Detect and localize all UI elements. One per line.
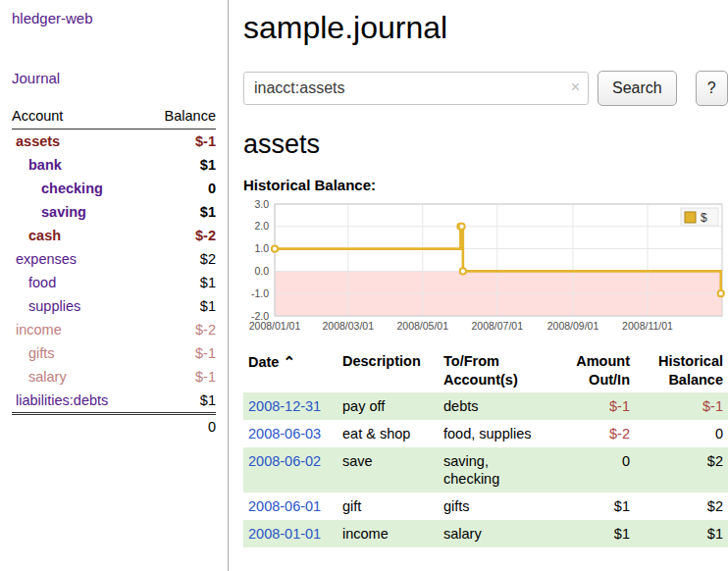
accounts-total-row: 0 [12, 414, 216, 440]
page-title: sample.journal [243, 10, 728, 46]
transaction-accounts: gifts [439, 493, 552, 520]
account-row: gifts$-1 [12, 341, 216, 365]
clear-search-icon[interactable]: × [571, 78, 580, 96]
search-bar: × Search ? [243, 71, 728, 106]
transaction-accounts: salary [439, 520, 552, 547]
register-row[interactable]: 2008-06-03eat & shopfood, supplies$-20 [243, 420, 728, 447]
transaction-accounts: debts [439, 392, 552, 420]
transaction-description: income [338, 520, 439, 547]
amount-header-line2: Out/In [589, 372, 630, 388]
account-row: food$1 [12, 271, 216, 294]
transaction-description: eat & shop [338, 420, 439, 447]
account-balance: 0 [145, 177, 216, 200]
account-balance: $-2 [145, 224, 216, 247]
transaction-date-link[interactable]: 2008-06-02 [248, 453, 321, 469]
legend-swatch [685, 212, 696, 223]
account-link-liabilities-debts[interactable]: liabilities:debts [16, 392, 108, 408]
search-box: × [243, 72, 589, 105]
register-row[interactable]: 2008-12-31pay offdebts$-1$-1 [243, 392, 728, 420]
account-row: cash$-2 [12, 224, 216, 247]
svg-text:3.0: 3.0 [254, 199, 269, 210]
account-row: saving$1 [12, 200, 216, 224]
svg-text:2008/09/01: 2008/09/01 [547, 320, 599, 332]
register-header-balance: Historical Balance [635, 349, 728, 392]
register-header-amount: Amount Out/In [552, 349, 635, 392]
register-header-accounts: To/From Account(s) [439, 349, 552, 392]
chart-svg: 3.02.01.00.0-1.0-2.02008/01/012008/03/01… [243, 199, 728, 337]
account-row: expenses$2 [12, 247, 216, 271]
account-link-salary[interactable]: salary [28, 369, 67, 385]
account-link-bank[interactable]: bank [28, 157, 62, 173]
svg-text:0.0: 0.0 [254, 265, 269, 277]
search-button[interactable]: Search [598, 71, 677, 106]
register-row[interactable]: 2008-01-01incomesalary$1$1 [243, 520, 728, 547]
sort-ascending-icon[interactable]: ⌃ [283, 353, 295, 370]
accounts-header-line1: To/From [443, 353, 499, 369]
chart-title: Historical Balance: [243, 177, 728, 193]
transaction-accounts: saving, checking [439, 447, 552, 493]
transaction-date-link[interactable]: 2008-01-01 [248, 526, 321, 542]
register-header-date[interactable]: Date ⌃ [243, 349, 338, 392]
accounts-table: Account Balance assets$-1bank$1checking0… [12, 104, 216, 439]
account-link-saving[interactable]: saving [41, 204, 86, 220]
account-balance: $1 [145, 200, 216, 224]
register-row[interactable]: 2008-06-02savesaving, checking0$2 [243, 447, 728, 493]
transaction-description: save [338, 447, 439, 493]
register-row[interactable]: 2008-06-01giftgifts$1$2 [243, 493, 728, 520]
transaction-accounts: food, supplies [439, 420, 552, 447]
svg-text:2008/07/01: 2008/07/01 [471, 320, 523, 332]
transaction-description: gift [338, 493, 439, 520]
transaction-balance: $-1 [635, 392, 728, 420]
accounts-total-spacer [12, 414, 145, 440]
account-balance: $1 [145, 389, 216, 414]
date-header-label: Date [248, 354, 279, 370]
account-link-cash[interactable]: cash [28, 228, 61, 243]
accounts-header-account: Account [12, 104, 145, 130]
historical-balance-chart: 3.02.01.00.0-1.0-2.02008/01/012008/03/01… [243, 199, 728, 339]
register-table-body: 2008-12-31pay offdebts$-1$-12008-06-03ea… [243, 392, 728, 547]
account-link-food[interactable]: food [28, 275, 56, 290]
account-link-gifts[interactable]: gifts [28, 345, 55, 361]
svg-text:2008/01/01: 2008/01/01 [249, 320, 301, 332]
account-balance: $-1 [145, 130, 216, 154]
account-link-checking[interactable]: checking [41, 181, 103, 196]
account-row: salary$-1 [12, 365, 216, 389]
account-link-income[interactable]: income [16, 322, 62, 337]
svg-text:2008/05/01: 2008/05/01 [396, 320, 448, 332]
register-header-row: Date ⌃ Description To/From Account(s) Am… [243, 349, 728, 392]
account-row: bank$1 [12, 153, 216, 177]
transaction-date-link[interactable]: 2008-06-03 [248, 426, 321, 441]
account-balance: $-1 [145, 365, 216, 389]
sidebar: hledger-web Journal Account Balance asse… [0, 0, 229, 571]
account-balance: $-1 [145, 341, 216, 365]
accounts-header-line2: Account(s) [443, 372, 518, 388]
account-row: liabilities:debts$1 [12, 389, 216, 414]
search-input[interactable] [243, 72, 589, 105]
transaction-balance: $2 [635, 493, 728, 520]
transaction-date-link[interactable]: 2008-06-01 [248, 498, 321, 514]
account-row: assets$-1 [12, 130, 216, 154]
svg-text:1.0: 1.0 [254, 242, 269, 254]
transaction-date-link[interactable]: 2008-12-31 [248, 398, 321, 414]
account-link-assets[interactable]: assets [16, 133, 60, 149]
transaction-balance: $2 [635, 447, 728, 493]
transaction-amount: 0 [552, 447, 635, 493]
balance-header-line1: Historical [658, 353, 723, 369]
account-link-supplies[interactable]: supplies [28, 298, 80, 314]
svg-text:-1.0: -1.0 [251, 287, 269, 299]
transaction-balance: 0 [635, 420, 728, 447]
amount-header-line1: Amount [576, 353, 630, 369]
svg-text:2.0: 2.0 [254, 220, 269, 232]
account-balance: $1 [145, 294, 216, 318]
app-title-link[interactable]: hledger-web [12, 10, 93, 26]
transaction-amount: $-1 [552, 392, 635, 420]
help-button[interactable]: ? [696, 71, 728, 106]
account-row: income$-2 [12, 318, 216, 341]
accounts-total-value: 0 [145, 414, 216, 440]
transaction-description: pay off [338, 392, 439, 420]
account-link-expenses[interactable]: expenses [16, 251, 77, 267]
account-row: supplies$1 [12, 294, 216, 318]
account-balance: $2 [145, 247, 216, 271]
journal-link[interactable]: Journal [12, 70, 60, 86]
accounts-table-body: assets$-1bank$1checking0saving$1cash$-2e… [12, 130, 216, 414]
